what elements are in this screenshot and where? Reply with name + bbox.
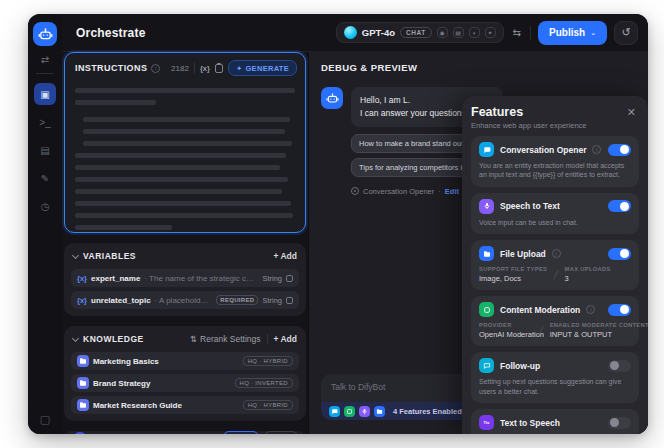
skeleton-line — [75, 201, 291, 206]
history-button[interactable]: ↺ — [614, 21, 638, 45]
instructions-title: INSTRUCTIONS — [75, 63, 147, 73]
folder-icon — [77, 377, 89, 389]
chevron-down-icon: ⌄ — [590, 29, 596, 37]
sidebar-frame-icon[interactable]: ▢ — [40, 413, 50, 426]
sidebar-item-annotation[interactable]: ✎ — [34, 167, 56, 189]
skeleton-line — [75, 153, 286, 158]
model-capability-icon: ✦ — [485, 27, 496, 38]
moderation-mini-icon — [344, 406, 355, 417]
file-upload-toggle[interactable] — [608, 248, 631, 260]
features-panel: Features Enhance web app user experience… — [462, 96, 648, 434]
folder-icon — [77, 399, 89, 411]
knowledge-row[interactable]: Brand Strategy HQ · INVERTED — [71, 374, 299, 392]
debug-preview-title: DEBUG & PREVIEW — [321, 62, 636, 73]
retrieval-badge: HQ · INVERTED — [235, 378, 293, 388]
knowledge-section: KNOWLEDGE ⇅ Rerank Settings + Add — [64, 326, 306, 421]
retrieval-badge: HQ · HYBRID — [243, 400, 293, 410]
meta-divider: / — [553, 268, 559, 282]
knowledge-row[interactable]: Market Research Guide HQ · HYBRID — [71, 396, 299, 414]
knowledge-row[interactable]: Marketing Basics HQ · HYBRID — [71, 352, 299, 370]
generate-button[interactable]: ✦ GENERATE — [228, 60, 297, 76]
chevron-down-icon[interactable] — [72, 251, 79, 258]
skeleton-line — [75, 165, 280, 170]
close-icon[interactable]: ✕ — [624, 105, 639, 119]
edit-icon[interactable] — [286, 275, 293, 282]
follow-up-icon — [479, 358, 494, 373]
variable-token-icon: {x} — [77, 296, 87, 305]
char-count: 2182 — [171, 64, 189, 73]
model-mode-badge: CHAT — [400, 27, 432, 38]
follow-up-toggle[interactable] — [608, 360, 631, 372]
folder-mini-icon — [374, 406, 385, 417]
suggested-question-chip[interactable]: How to make a brand stand out? — [351, 134, 475, 153]
sidebar-divider — [36, 73, 54, 74]
features-title: Features — [471, 105, 587, 119]
sidebar-item-monitoring[interactable]: ◷ — [34, 195, 56, 217]
instructions-header: INSTRUCTIONS i 2182 {x} ✦ GENERATE — [65, 53, 305, 80]
svg-text:Tts: Tts — [483, 420, 490, 425]
skeleton-line — [75, 189, 282, 194]
variables-title: VARIABLES — [83, 251, 136, 261]
instructions-editor[interactable] — [65, 80, 305, 233]
model-selector[interactable]: GPT-4o CHAT ◉ ▤ ◖ ✦ — [336, 22, 504, 43]
sidebar-item-orchestrate[interactable]: ▣ — [34, 83, 56, 105]
generate-label: GENERATE — [245, 64, 289, 73]
model-settings-icon[interactable]: ⇆ — [511, 27, 523, 38]
knowledge-header: KNOWLEDGE ⇅ Rerank Settings + Add — [71, 332, 299, 348]
info-icon: i — [592, 145, 601, 154]
microphone-icon — [479, 199, 494, 214]
text-to-speech-toggle[interactable] — [608, 417, 631, 429]
model-name: GPT-4o — [362, 27, 395, 38]
variable-row[interactable]: {x} unrelated_topic · A placeholder for … — [71, 291, 299, 309]
text-to-speech-icon: Tts — [479, 415, 494, 430]
sidebar-item-logs[interactable]: ▤ — [34, 139, 56, 161]
chevron-down-icon[interactable] — [72, 334, 79, 341]
microphone-mini-icon — [359, 406, 370, 417]
variable-token-icon: {x} — [77, 274, 87, 283]
publish-label: Publish — [549, 27, 585, 38]
vision-eye-icon — [72, 432, 88, 435]
skeleton-line — [75, 88, 295, 93]
bot-avatar — [321, 87, 343, 109]
add-variable-button[interactable]: + Add — [274, 251, 298, 261]
main-area: Orchestrate GPT-4o CHAT ◉ ▤ ◖ ✦ ⇆ Publis… — [62, 14, 648, 434]
edit-icon[interactable] — [286, 297, 293, 304]
separator — [194, 63, 195, 73]
copy-icon[interactable] — [215, 64, 223, 73]
skeleton-line — [75, 213, 293, 218]
resolution-high-button[interactable]: High — [223, 431, 259, 434]
app-logo-robot-icon[interactable] — [33, 22, 57, 46]
content-moderation-toggle[interactable] — [608, 304, 631, 316]
model-capability-icon: ◉ — [437, 27, 448, 38]
features-enabled-label: 4 Features Enabled — [393, 407, 462, 416]
skeleton-line — [75, 177, 288, 182]
history-icon: ↺ — [621, 26, 630, 39]
variable-row[interactable]: {x} expert_name · The name of the strate… — [71, 269, 299, 287]
plus-icon: + — [274, 334, 279, 344]
folder-icon — [479, 246, 494, 261]
swap-icon[interactable]: ⇄ — [41, 54, 49, 65]
rerank-settings-button[interactable]: ⇅ Rerank Settings — [190, 334, 261, 344]
feature-card-speech-to-text: Speech to Text Voice input can be used i… — [471, 193, 639, 234]
feature-card-conversation-opener: Conversation Opener i You are an entity … — [471, 136, 639, 187]
plus-icon: + — [274, 251, 279, 261]
variables-header: VARIABLES + Add — [71, 249, 299, 265]
knowledge-title: KNOWLEDGE — [83, 334, 144, 344]
variable-token-icon[interactable]: {x} — [200, 64, 210, 73]
top-bar-separator — [530, 26, 531, 40]
instructions-panel[interactable]: INSTRUCTIONS i 2182 {x} ✦ GENERATE — [64, 52, 306, 233]
speech-to-text-toggle[interactable] — [608, 200, 631, 212]
feature-card-follow-up: Follow-up Setting up next questions sugg… — [471, 352, 639, 403]
conversation-opener-toggle[interactable] — [608, 144, 631, 156]
edit-opener-link[interactable]: Edit — [445, 187, 459, 196]
skeleton-line — [83, 141, 292, 146]
conversation-opener-icon — [351, 187, 359, 195]
folder-icon — [77, 355, 89, 367]
rerank-icon: ⇅ — [190, 334, 197, 344]
publish-button[interactable]: Publish ⌄ — [538, 21, 607, 45]
sidebar-item-terminal[interactable]: >_ — [34, 111, 56, 133]
required-badge: REQUIRED — [216, 295, 258, 305]
resolution-low-button[interactable]: Low — [264, 431, 298, 434]
info-icon: i — [552, 249, 561, 258]
add-knowledge-button[interactable]: + Add — [274, 334, 298, 344]
